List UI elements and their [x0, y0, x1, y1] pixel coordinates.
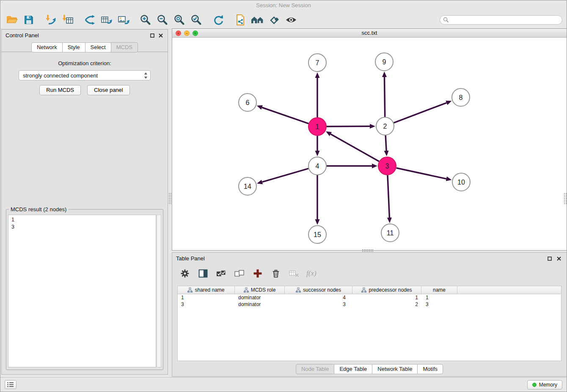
add-column-button[interactable] [252, 268, 264, 279]
cell-successor-nodes[interactable]: 4 [285, 294, 352, 301]
tab-edge-table[interactable]: Edge Table [334, 364, 372, 374]
graph-edge-2-9[interactable] [384, 77, 385, 117]
apply-layout-button[interactable] [211, 13, 226, 27]
home-networks-button[interactable] [250, 13, 264, 27]
tab-motifs[interactable]: Motifs [417, 364, 443, 374]
graph-node-label-1: 1 [316, 123, 319, 130]
search-input[interactable] [440, 15, 562, 25]
list-icon [7, 382, 14, 387]
deselect-all-button[interactable] [234, 268, 245, 279]
graph-node-label-7: 7 [316, 59, 319, 66]
zoom-fit-button[interactable] [172, 13, 187, 27]
graph-edge-2-8[interactable] [394, 103, 447, 123]
close-panel-icon[interactable] [157, 32, 164, 39]
delete-column-button[interactable] [270, 268, 282, 279]
tab-network[interactable]: Network [31, 42, 63, 52]
cell-predecessor-nodes[interactable]: 1 [352, 294, 421, 301]
cell-shared-name[interactable]: 1 [178, 294, 235, 301]
style-diamonds-icon [268, 14, 281, 26]
zoom-in-button[interactable] [138, 13, 153, 27]
criterion-dropdown[interactable]: strongly connected component [19, 70, 151, 80]
graph-edge-arrowhead [370, 124, 375, 129]
graph-edge-1-2[interactable] [327, 126, 370, 127]
task-history-button[interactable] [5, 380, 17, 389]
column-header-predecessor-nodes[interactable]: predecessor nodes [352, 286, 421, 294]
column-header-name[interactable]: name [421, 286, 457, 294]
maximize-window-button[interactable]: + [193, 30, 198, 36]
eye-icon [285, 14, 297, 26]
graph-edge-arrowhead [315, 151, 320, 156]
column-header-mcds-role[interactable]: MCDS role [235, 286, 285, 294]
import-network-button[interactable] [44, 13, 58, 27]
vertical-splitter-handle[interactable] [169, 193, 171, 204]
export-table-icon [100, 14, 113, 26]
control-panel-tabbar: Network Style Select MCDS [2, 41, 168, 52]
tab-network-table[interactable]: Network Table [372, 364, 418, 374]
table-row[interactable]: 1 dominator 4 1 1 [178, 294, 561, 301]
style-button[interactable] [267, 13, 281, 27]
show-columns-button[interactable] [197, 268, 209, 279]
table-settings-button[interactable] [179, 268, 191, 279]
graph-node-label-3: 3 [385, 163, 389, 170]
node-table: shared name MCDS role successor nodes pr… [177, 286, 561, 361]
memory-button[interactable]: Memory [527, 380, 562, 389]
tab-node-table[interactable]: Node Table [296, 364, 335, 374]
zoom-out-button[interactable] [155, 13, 170, 27]
graph-node-label-6: 6 [246, 99, 250, 106]
float-table-panel-icon[interactable] [546, 255, 553, 262]
cell-shared-name[interactable]: 3 [178, 301, 235, 308]
float-panel-icon[interactable] [149, 32, 156, 39]
graph-edge-3-11[interactable] [388, 175, 389, 218]
dropdown-stepper-icon [144, 72, 148, 80]
import-table-button[interactable] [61, 13, 75, 27]
share-document-button[interactable] [233, 13, 248, 27]
main-toolbar [0, 11, 567, 29]
column-header-shared-name[interactable]: shared name [178, 286, 235, 294]
zoom-selected-button[interactable] [189, 13, 204, 27]
close-window-button[interactable]: × [176, 30, 181, 36]
open-session-button[interactable] [5, 13, 19, 27]
column-type-icon [361, 287, 366, 293]
cell-mcds-role[interactable]: dominator [235, 301, 285, 308]
function-builder-button: f(x) [306, 269, 317, 278]
column-label: shared name [195, 287, 224, 293]
column-header-filler [457, 286, 561, 294]
close-panel-button[interactable]: Close panel [87, 85, 130, 95]
new-network-button[interactable] [83, 13, 97, 27]
document-share-icon [234, 14, 247, 26]
table-tabbar: Node Table Edge Table Network Table Moti… [172, 362, 567, 374]
minimize-window-button[interactable]: − [184, 30, 190, 36]
graph-edge-3-1[interactable] [330, 134, 379, 162]
graph-edge-2-3[interactable] [385, 135, 386, 151]
cell-predecessor-nodes[interactable]: 2 [352, 301, 421, 308]
deselect-all-icon [234, 269, 245, 278]
tab-mcds[interactable]: MCDS [111, 42, 138, 52]
tab-style[interactable]: Style [62, 42, 85, 52]
graph-edge-4-14[interactable] [262, 168, 308, 182]
tab-select[interactable]: Select [85, 42, 111, 52]
table-row[interactable]: 3 dominator 3 2 3 [178, 301, 561, 308]
select-all-button[interactable] [215, 268, 227, 279]
cell-name[interactable]: 3 [421, 301, 457, 308]
table-panel: Table Panel [172, 252, 567, 377]
network-view-window: × − + scc.txt 7968124314101511 [172, 28, 567, 251]
network-arrows-icon [83, 14, 96, 26]
right-splitter-handle[interactable] [564, 193, 567, 204]
save-session-button[interactable] [22, 13, 36, 27]
network-canvas[interactable]: 7968124314101511 [172, 38, 567, 250]
result-scrollbar-track[interactable] [157, 215, 161, 367]
mcds-result-groupbox: MCDS result (2 nodes) 1 3 [6, 209, 163, 370]
cell-successor-nodes[interactable]: 3 [285, 301, 352, 308]
cell-mcds-role[interactable]: dominator [235, 294, 285, 301]
graph-edge-3-10[interactable] [396, 168, 446, 179]
export-table-button[interactable] [99, 13, 114, 27]
column-header-successor-nodes[interactable]: successor nodes [285, 286, 352, 294]
cell-name[interactable]: 1 [421, 294, 457, 301]
toggle-view-button[interactable] [284, 13, 298, 27]
mcds-result-list[interactable]: 1 3 [8, 215, 156, 367]
graph-edge-1-6[interactable] [262, 108, 308, 124]
horizontal-splitter-handle[interactable] [362, 249, 373, 252]
export-image-button[interactable] [116, 13, 131, 27]
close-table-panel-icon[interactable] [556, 255, 562, 262]
run-mcds-button[interactable]: Run MCDS [39, 85, 81, 95]
